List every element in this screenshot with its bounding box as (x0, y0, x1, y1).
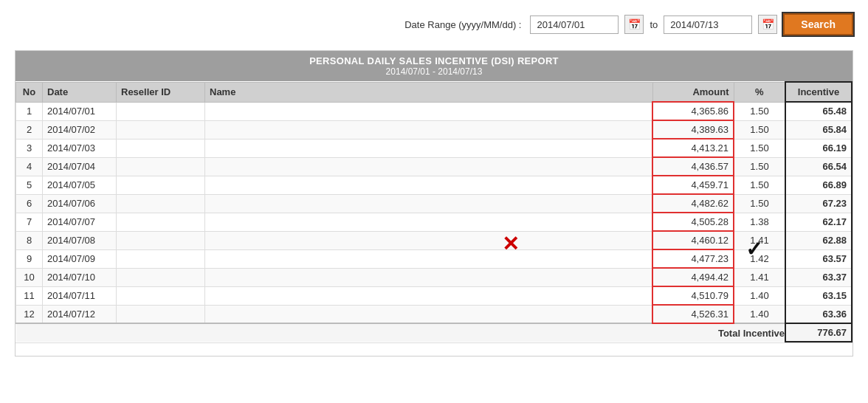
cell-amount: 4,510.79 (652, 286, 734, 305)
top-bar: Date Range (yyyy/MM/dd) : 📅 to 📅 Search (0, 0, 868, 43)
bottom-spacer (16, 342, 852, 356)
cell-no: 4 (16, 157, 43, 176)
cell-no: 10 (16, 268, 43, 286)
report-title-sub: 2014/07/01 - 2014/07/13 (18, 66, 850, 77)
col-header-date: Date (43, 82, 117, 102)
cell-date: 2014/07/12 (43, 305, 117, 323)
cell-reseller (117, 102, 205, 120)
col-header-incentive: Incentive (785, 82, 852, 102)
date-range-label: Date Range (yyyy/MM/dd) : (404, 19, 521, 30)
col-header-amount: Amount (652, 82, 734, 102)
cell-incentive: 63.36 (785, 305, 852, 323)
col-header-pct: % (734, 82, 785, 102)
cell-pct: 1.50 (734, 194, 785, 213)
report-table: No Date Reseller ID Name Amount % Incent… (16, 81, 852, 342)
table-row: 8 2014/07/08 4,460.12 1.41 62.88 (16, 231, 852, 249)
total-row: Total Incentive 776.67 (16, 323, 852, 342)
cell-reseller (117, 176, 205, 194)
table-row: 1 2014/07/01 4,365.86 1.50 65.48 (16, 102, 852, 120)
table-row: 4 2014/07/04 4,436.57 1.50 66.54 (16, 157, 852, 176)
date-to-input[interactable] (664, 16, 752, 34)
cell-name (205, 102, 653, 120)
table-row: 2 2014/07/02 4,389.63 1.50 65.84 (16, 120, 852, 139)
total-value: 776.67 (785, 323, 852, 342)
cell-incentive: 65.48 (785, 102, 852, 120)
table-footer: Total Incentive 776.67 (16, 323, 852, 342)
table-body: 1 2014/07/01 4,365.86 1.50 65.48 2 2014/… (16, 102, 852, 323)
cell-pct: 1.50 (734, 102, 785, 120)
cell-reseller (117, 194, 205, 213)
cell-amount: 4,436.57 (652, 157, 734, 176)
date-from-input[interactable] (530, 16, 619, 34)
cell-pct: 1.38 (734, 213, 785, 231)
cell-pct: 1.50 (734, 120, 785, 139)
cell-amount: 4,526.31 (652, 305, 734, 323)
cell-date: 2014/07/02 (43, 120, 117, 139)
cell-name (205, 139, 653, 157)
to-label: to (650, 19, 658, 30)
cell-pct: 1.41 (734, 268, 785, 286)
cell-incentive: 62.17 (785, 213, 852, 231)
table-row: 3 2014/07/03 4,413.21 1.50 66.19 (16, 139, 852, 157)
cell-reseller (117, 286, 205, 305)
table-row: 7 2014/07/07 4,505.28 1.38 62.17 (16, 213, 852, 231)
col-header-reseller: Reseller ID (117, 82, 205, 102)
cell-no: 2 (16, 120, 43, 139)
cell-amount: 4,365.86 (652, 102, 734, 120)
cell-incentive: 67.23 (785, 194, 852, 213)
total-empty-4 (205, 323, 653, 342)
cell-amount: 4,460.12 (652, 231, 734, 249)
cell-amount: 4,482.62 (652, 194, 734, 213)
calendar-from-icon[interactable]: 📅 (624, 15, 644, 34)
report-table-container: PERSONAL DAILY SALES INCENTIVE (DSI) REP… (15, 50, 853, 356)
cell-no: 1 (16, 102, 43, 120)
cell-no: 8 (16, 231, 43, 249)
table-header: No Date Reseller ID Name Amount % Incent… (16, 82, 852, 102)
cell-incentive: 66.89 (785, 176, 852, 194)
cell-date: 2014/07/11 (43, 286, 117, 305)
report-title-row: PERSONAL DAILY SALES INCENTIVE (DSI) REP… (16, 51, 852, 81)
cell-amount: 4,389.63 (652, 120, 734, 139)
table-row: 10 2014/07/10 4,494.42 1.41 63.37 (16, 268, 852, 286)
cell-date: 2014/07/04 (43, 157, 117, 176)
cell-pct: 1.40 (734, 305, 785, 323)
cell-date: 2014/07/06 (43, 194, 117, 213)
total-label: Total Incentive (652, 323, 785, 342)
calendar-to-icon[interactable]: 📅 (758, 15, 777, 34)
cell-reseller (117, 305, 205, 323)
cell-no: 12 (16, 305, 43, 323)
cell-pct: 1.50 (734, 139, 785, 157)
cell-name (205, 249, 653, 268)
total-empty-3 (117, 323, 205, 342)
cell-pct: 1.50 (734, 157, 785, 176)
cell-date: 2014/07/08 (43, 231, 117, 249)
main-content: PERSONAL DAILY SALES INCENTIVE (DSI) REP… (0, 43, 868, 371)
cell-reseller (117, 231, 205, 249)
col-header-name: Name (205, 82, 653, 102)
cell-incentive: 63.37 (785, 268, 852, 286)
cell-pct: 1.42 (734, 249, 785, 268)
col-header-no: No (16, 82, 43, 102)
total-empty-2 (43, 323, 117, 342)
cell-date: 2014/07/03 (43, 139, 117, 157)
cell-date: 2014/07/10 (43, 268, 117, 286)
cell-reseller (117, 120, 205, 139)
cell-pct: 1.50 (734, 176, 785, 194)
cell-date: 2014/07/09 (43, 249, 117, 268)
cell-date: 2014/07/01 (43, 102, 117, 120)
table-row: 9 2014/07/09 4,477.23 1.42 63.57 (16, 249, 852, 268)
total-empty-1 (16, 323, 43, 342)
cell-name (205, 120, 653, 139)
search-button[interactable]: Search (783, 13, 853, 35)
table-row: 12 2014/07/12 4,526.31 1.40 63.36 (16, 305, 852, 323)
cell-no: 3 (16, 139, 43, 157)
cell-no: 9 (16, 249, 43, 268)
cell-incentive: 63.15 (785, 286, 852, 305)
cell-incentive: 66.19 (785, 139, 852, 157)
cell-incentive: 66.54 (785, 157, 852, 176)
cell-name (205, 176, 653, 194)
cell-no: 5 (16, 176, 43, 194)
cell-amount: 4,413.21 (652, 139, 734, 157)
cell-no: 7 (16, 213, 43, 231)
cell-name (205, 305, 653, 323)
